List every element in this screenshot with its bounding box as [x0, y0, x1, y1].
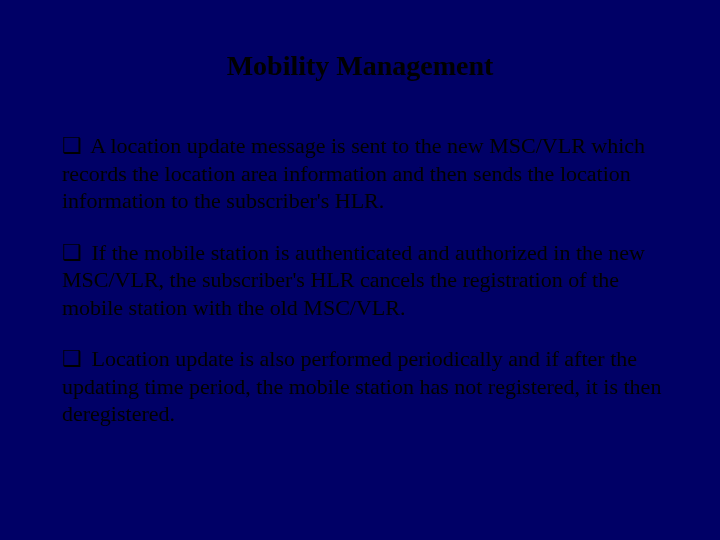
bullet-text: A location update message is sent to the…: [62, 133, 645, 213]
slide: Mobility Management ❑ A location update …: [0, 0, 720, 540]
bullet-text: Location update is also performed period…: [62, 346, 661, 426]
list-item: ❑ If the mobile station is authenticated…: [62, 239, 670, 322]
square-bullet-icon: ❑: [62, 346, 82, 371]
list-item: ❑ A location update message is sent to t…: [62, 132, 670, 215]
bullet-list: ❑ A location update message is sent to t…: [50, 132, 670, 428]
list-item: ❑ Location update is also performed peri…: [62, 345, 670, 428]
bullet-text: If the mobile station is authenticated a…: [62, 240, 645, 320]
slide-title: Mobility Management: [50, 50, 670, 82]
square-bullet-icon: ❑: [62, 133, 82, 158]
square-bullet-icon: ❑: [62, 240, 82, 265]
